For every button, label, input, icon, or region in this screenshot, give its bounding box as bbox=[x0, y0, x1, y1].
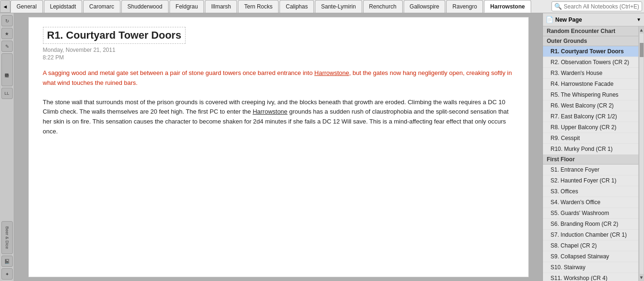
scroll-up-btn[interactable]: ▲ bbox=[639, 27, 644, 33]
harrowstone-link-2[interactable]: Harrowstone bbox=[253, 108, 288, 115]
tab-gallowspire[interactable]: Gallowspire bbox=[404, 0, 446, 13]
panel-section-random-encounter-chart[interactable]: Random Encounter Chart bbox=[543, 26, 638, 36]
panel-section-first-floor[interactable]: First Floor bbox=[543, 155, 638, 165]
scroll-track bbox=[640, 33, 644, 274]
right-panel: 📄 New Page ▼ Random Encounter ChartOuter… bbox=[542, 13, 644, 281]
tab-shudderwood[interactable]: Shudderwood bbox=[121, 0, 169, 13]
new-page-dropdown[interactable]: ▼ bbox=[636, 17, 641, 22]
panel-item[interactable]: S11. Workshop (CR 4) bbox=[543, 273, 638, 281]
tab-renchurch[interactable]: Renchurch bbox=[363, 0, 403, 13]
star-icon[interactable]: ★ bbox=[1, 28, 13, 39]
panel-item[interactable]: R5. The Whispering Runes bbox=[543, 90, 638, 100]
sync-icon[interactable]: ↻ bbox=[1, 15, 13, 26]
note-paragraph-2: The stone wall that surrounds most of th… bbox=[43, 98, 514, 137]
panel-item[interactable]: S5. Guards' Washroom bbox=[543, 208, 638, 219]
tab-sante-lymirin[interactable]: Sante-Lymirin bbox=[315, 0, 362, 13]
panel-item[interactable]: S6. Branding Room (CR 2) bbox=[543, 219, 638, 230]
search-input[interactable] bbox=[564, 3, 639, 10]
scrollbar[interactable]: ▲ ▼ bbox=[638, 26, 644, 281]
panel-item[interactable]: R10. Murky Pond (CR 1) bbox=[543, 144, 638, 155]
note-page: R1. Courtyard Tower Doors Monday, Novemb… bbox=[28, 17, 529, 277]
harrowstone-link-1[interactable]: Harrowstone bbox=[314, 69, 349, 76]
tab-bar: ◄ GeneralLepidstadtCaromarcShudderwoodFe… bbox=[0, 0, 644, 13]
new-page-area: 📄 New Page ▼ bbox=[543, 13, 644, 26]
tag-icon[interactable]: 佐野小雛 bbox=[1, 53, 13, 86]
tab-ravengro[interactable]: Ravengro bbox=[446, 0, 483, 13]
beer-dice-icon[interactable]: Beer & Dice bbox=[1, 221, 13, 254]
panel-item[interactable]: S4. Warden's Office bbox=[543, 197, 638, 208]
panel-item[interactable]: S10. Stairway bbox=[543, 262, 638, 273]
panel-list: Random Encounter ChartOuter GroundsR1. C… bbox=[543, 26, 638, 281]
note-icon[interactable]: ✎ bbox=[1, 41, 13, 52]
note-time: 8:22 PM bbox=[43, 54, 514, 61]
content-area: R1. Courtyard Tower Doors Monday, Novemb… bbox=[14, 13, 542, 281]
panel-item[interactable]: R8. Upper Balcony (CR 2) bbox=[543, 122, 638, 133]
panel-item[interactable]: R3. Warden's House bbox=[543, 68, 638, 79]
panel-item[interactable]: S1. Entrance Foyer bbox=[543, 165, 638, 175]
panel-item[interactable]: R4. Harrowstone Facade bbox=[543, 79, 638, 90]
panel-item[interactable]: R7. East Balcony (CR 1/2) bbox=[543, 111, 638, 122]
scroll-thumb bbox=[640, 43, 644, 57]
tab-caliphas[interactable]: Caliphas bbox=[280, 0, 314, 13]
panel-item[interactable]: S7. Induction Chamber (CR 1) bbox=[543, 230, 638, 240]
panel-item[interactable]: R1. Courtyard Tower Doors bbox=[543, 46, 638, 57]
tab-tern-rocks[interactable]: Tern Rocks bbox=[238, 0, 279, 13]
note-title: R1. Courtyard Tower Doors bbox=[43, 27, 186, 44]
tab-lepidstadt[interactable]: Lepidstadt bbox=[44, 0, 82, 13]
panel-item[interactable]: S2. Haunted Foyer (CR 1) bbox=[543, 175, 638, 186]
panel-item[interactable]: R6. West Balcony (CR 2) bbox=[543, 100, 638, 111]
list-icon[interactable]: LL bbox=[1, 88, 13, 99]
panel-item[interactable]: R2. Observation Towers (CR 2) bbox=[543, 57, 638, 68]
tab-caromarc[interactable]: Caromarc bbox=[83, 0, 120, 13]
note-paragraph-1: A sagging wood and metal gate set betwee… bbox=[43, 68, 514, 88]
tab-feldgrau[interactable]: Feldgrau bbox=[169, 0, 204, 13]
panel-item[interactable]: S8. Chapel (CR 2) bbox=[543, 240, 638, 251]
note-date: Monday, November 21, 2011 bbox=[43, 47, 514, 53]
tab-harrowstone[interactable]: Harrowstone bbox=[484, 0, 531, 13]
new-page-icon: 📄 bbox=[546, 16, 553, 23]
left-sidebar: ↻ ★ ✎ 佐野小雛 LL Beer & Dice 📓 ✦ bbox=[0, 13, 14, 281]
new-page-label: New Page bbox=[555, 17, 636, 23]
tab-illmarsh[interactable]: Illmarsh bbox=[205, 0, 237, 13]
scroll-down-btn[interactable]: ▼ bbox=[639, 275, 644, 280]
stamp-icon[interactable]: ✦ bbox=[1, 268, 13, 280]
panel-item[interactable]: R9. Cesspit bbox=[543, 133, 638, 144]
tab-nav-prev[interactable]: ◄ bbox=[0, 0, 10, 13]
main-area: ↻ ★ ✎ 佐野小雛 LL Beer & Dice 📓 ✦ R1. Courty… bbox=[0, 13, 644, 281]
tab-general[interactable]: General bbox=[10, 0, 43, 13]
search-icon: 🔍 bbox=[554, 3, 562, 10]
search-box[interactable]: 🔍 bbox=[551, 1, 642, 11]
panel-item[interactable]: S9. Collapsed Stairway bbox=[543, 251, 638, 262]
panel-section-outer-grounds[interactable]: Outer Grounds bbox=[543, 36, 638, 46]
notebook-icon[interactable]: 📓 bbox=[1, 256, 13, 267]
panel-item[interactable]: S3. Offices bbox=[543, 186, 638, 197]
